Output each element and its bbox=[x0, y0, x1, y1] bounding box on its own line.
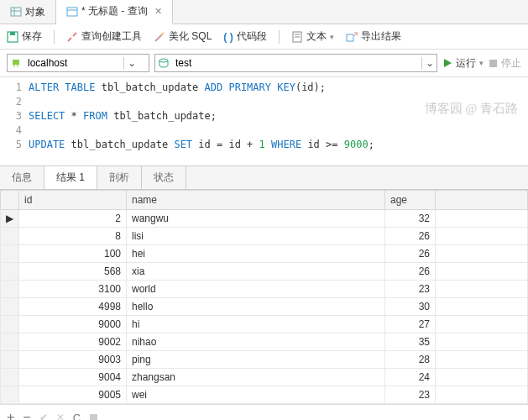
document-tabs: 对象 * 无标题 - 查询 ✕ bbox=[0, 0, 528, 24]
cell-spacer bbox=[436, 263, 528, 281]
table-row[interactable]: 4998hello30 bbox=[1, 298, 528, 316]
table-row[interactable]: 9003ping28 bbox=[1, 351, 528, 369]
chevron-down-icon[interactable]: ⌄ bbox=[421, 57, 437, 69]
cell-name[interactable]: xia bbox=[127, 263, 385, 281]
cell-name[interactable]: ping bbox=[127, 351, 385, 369]
cancel-button: ✕ bbox=[56, 412, 65, 420]
close-icon[interactable]: ✕ bbox=[154, 6, 162, 17]
tab-result[interactable]: 结果 1 bbox=[44, 165, 97, 189]
result-grid[interactable]: id name age ▶2wangwu328lisi26100hei26568… bbox=[0, 190, 528, 404]
svg-point-15 bbox=[159, 59, 168, 62]
cell-spacer bbox=[436, 210, 528, 228]
cell-id[interactable]: 9005 bbox=[19, 386, 127, 404]
save-icon bbox=[7, 31, 18, 43]
refresh-button[interactable]: C bbox=[73, 412, 81, 421]
cell-name[interactable]: nihao bbox=[127, 333, 385, 351]
stop-button[interactable]: 停止 bbox=[489, 56, 521, 71]
cell-spacer bbox=[436, 316, 528, 333]
cell-name[interactable]: hei bbox=[127, 245, 385, 263]
delete-row-button[interactable]: − bbox=[23, 410, 30, 420]
table-row[interactable]: 9004zhangsan24 bbox=[1, 369, 528, 386]
svg-rect-12 bbox=[13, 60, 19, 65]
cell-age[interactable]: 27 bbox=[385, 316, 436, 333]
cell-age[interactable]: 26 bbox=[385, 263, 436, 281]
cell-id[interactable]: 100 bbox=[19, 245, 127, 263]
tab-status[interactable]: 状态 bbox=[142, 166, 186, 189]
cell-name[interactable]: hello bbox=[127, 298, 385, 316]
grid-footer: + − ✔ ✕ C bbox=[0, 404, 528, 420]
cell-age[interactable]: 26 bbox=[385, 245, 436, 263]
table-row[interactable]: 3100world23 bbox=[1, 281, 528, 298]
chevron-down-icon[interactable]: ⌄ bbox=[123, 57, 139, 69]
cell-id[interactable]: 2 bbox=[19, 210, 127, 228]
cell-id[interactable]: 3100 bbox=[19, 281, 127, 298]
cell-spacer bbox=[436, 369, 528, 386]
chevron-down-icon: ▾ bbox=[479, 59, 484, 67]
row-pointer bbox=[1, 298, 19, 316]
save-button[interactable]: 保存 bbox=[7, 29, 42, 44]
col-id[interactable]: id bbox=[19, 191, 127, 210]
cell-age[interactable]: 26 bbox=[385, 228, 436, 245]
cell-spacer bbox=[436, 386, 528, 404]
run-button[interactable]: 运行 ▾ bbox=[442, 56, 484, 71]
cell-name[interactable]: hi bbox=[127, 316, 385, 333]
cell-id[interactable]: 568 bbox=[19, 263, 127, 281]
sql-editor[interactable]: 12345 ALTER TABLE tbl_batch_update ADD P… bbox=[0, 77, 528, 162]
export-button[interactable]: 导出结果 bbox=[346, 29, 401, 44]
db-input[interactable] bbox=[172, 55, 421, 71]
cell-age[interactable]: 35 bbox=[385, 333, 436, 351]
add-row-button[interactable]: + bbox=[7, 410, 14, 420]
row-pointer bbox=[1, 351, 19, 369]
query-icon bbox=[66, 6, 78, 18]
tab-objects[interactable]: 对象 bbox=[0, 0, 56, 24]
cell-name[interactable]: lisi bbox=[127, 228, 385, 245]
cell-spacer bbox=[436, 281, 528, 298]
cell-id[interactable]: 4998 bbox=[19, 298, 127, 316]
col-name[interactable]: name bbox=[127, 191, 385, 210]
tab-label: * 无标题 - 查询 bbox=[81, 4, 148, 18]
tab-profile[interactable]: 剖析 bbox=[97, 166, 142, 189]
stop-icon bbox=[489, 59, 498, 68]
host-input[interactable] bbox=[24, 55, 123, 71]
svg-rect-0 bbox=[11, 8, 21, 16]
cell-id[interactable]: 9004 bbox=[19, 369, 127, 386]
cell-age[interactable]: 23 bbox=[385, 281, 436, 298]
database-combo[interactable]: ⌄ bbox=[154, 54, 437, 72]
cell-id[interactable]: 9003 bbox=[19, 351, 127, 369]
svg-rect-17 bbox=[90, 414, 97, 421]
cell-age[interactable]: 28 bbox=[385, 351, 436, 369]
snippet-button[interactable]: ( ) 代码段 bbox=[223, 29, 266, 44]
table-row[interactable]: ▶2wangwu32 bbox=[1, 210, 528, 228]
row-pointer bbox=[1, 228, 19, 245]
text-button[interactable]: 文本 ▾ bbox=[291, 29, 334, 44]
table-row[interactable]: 8lisi26 bbox=[1, 228, 528, 245]
cell-age[interactable]: 30 bbox=[385, 298, 436, 316]
cell-name[interactable]: wangwu bbox=[127, 210, 385, 228]
cell-id[interactable]: 9002 bbox=[19, 333, 127, 351]
table-row[interactable]: 9000hi27 bbox=[1, 316, 528, 333]
col-spacer bbox=[436, 191, 528, 210]
cell-age[interactable]: 32 bbox=[385, 210, 436, 228]
result-tabs: 信息 结果 1 剖析 状态 bbox=[0, 165, 528, 189]
query-builder-button[interactable]: 查询创建工具 bbox=[66, 29, 142, 44]
cell-id[interactable]: 8 bbox=[19, 228, 127, 245]
table-row[interactable]: 9005wei23 bbox=[1, 386, 528, 404]
tab-info[interactable]: 信息 bbox=[0, 166, 44, 189]
beautify-button[interactable]: 美化 SQL bbox=[154, 29, 212, 44]
cell-name[interactable]: zhangsan bbox=[127, 369, 385, 386]
cell-age[interactable]: 23 bbox=[385, 386, 436, 404]
cell-name[interactable]: wei bbox=[127, 386, 385, 404]
row-pointer bbox=[1, 333, 19, 351]
cell-spacer bbox=[436, 298, 528, 316]
table-row[interactable]: 568xia26 bbox=[1, 263, 528, 281]
table-row[interactable]: 9002nihao35 bbox=[1, 333, 528, 351]
table-row[interactable]: 100hei26 bbox=[1, 245, 528, 263]
cell-id[interactable]: 9000 bbox=[19, 316, 127, 333]
cell-name[interactable]: world bbox=[127, 281, 385, 298]
cell-age[interactable]: 24 bbox=[385, 369, 436, 386]
tab-label: 对象 bbox=[25, 5, 45, 19]
col-age[interactable]: age bbox=[385, 191, 436, 210]
cell-spacer bbox=[436, 351, 528, 369]
host-combo[interactable]: ⌄ bbox=[7, 54, 149, 72]
tab-query[interactable]: * 无标题 - 查询 ✕ bbox=[56, 0, 173, 24]
